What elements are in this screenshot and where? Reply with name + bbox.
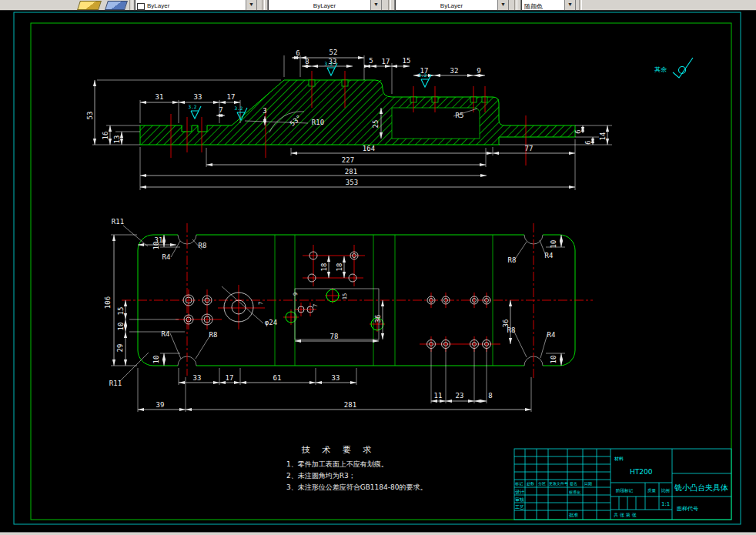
dim-label: 33 xyxy=(194,93,202,101)
dim-label: 10 xyxy=(117,323,125,331)
dim-label: 6 xyxy=(574,129,582,133)
chevron-down-icon[interactable]: ▼ xyxy=(497,0,508,11)
header-cell: 标记 xyxy=(514,481,523,487)
dim-label: 31 xyxy=(155,236,163,244)
dim-label: 164 xyxy=(363,145,375,152)
dim-label: 6 xyxy=(296,49,299,57)
dim-label: 17 xyxy=(382,58,390,65)
dim-label: 23 xyxy=(456,392,464,400)
tech-req-title: 技 术 要 求 xyxy=(302,445,376,455)
tech-req-line: 3、未注形位公差应符合GB1184-80的要求。 xyxy=(286,483,427,491)
chevron-down-icon[interactable]: ▼ xyxy=(246,0,256,11)
dim-label: 14 xyxy=(599,132,607,141)
object-properties-toolbar: ByLayer ▼ ByLayer ▼ ByLayer ▼ 随颜色 ▼ xyxy=(0,0,756,11)
toolbar-separator xyxy=(514,0,517,10)
dim-label: R10 xyxy=(312,119,324,126)
dim-label: R4 xyxy=(162,330,170,338)
row-label-design: 设计 xyxy=(515,489,524,494)
dim-label: 3.2 xyxy=(235,105,243,111)
dim-label: 8 xyxy=(305,58,309,65)
sheet-label: 共 张 第 张 xyxy=(614,512,637,518)
dim-label: R4 xyxy=(545,252,554,259)
dim-label: 3.2 xyxy=(325,61,333,66)
dim-label: 39 xyxy=(156,401,165,409)
dim-label: 8 xyxy=(488,392,492,400)
dim-label: 36 xyxy=(374,315,382,323)
drawing-code-label: 图样代号 xyxy=(677,506,698,512)
cad-application-window: { "toolbar": { "icons": ["make-layer-cur… xyxy=(0,0,756,535)
dim-label: R5 xyxy=(456,112,464,119)
dim-label: 29 xyxy=(116,344,124,353)
dim-label: 33 xyxy=(332,374,340,382)
linetype-control[interactable]: ByLayer ▼ xyxy=(267,0,382,11)
dim-label: 78 xyxy=(330,333,339,340)
dim-label: R4 xyxy=(162,253,171,261)
dim-label: 7 xyxy=(219,106,222,114)
dim-label: 15 xyxy=(117,307,125,316)
dim-label: 227 xyxy=(342,156,354,164)
layers-icon[interactable] xyxy=(105,1,128,10)
section-view: 6528335171517329313317735316132553°R10R5… xyxy=(86,48,612,190)
dim-label: 17 xyxy=(227,93,236,101)
weight-label: 质量 xyxy=(647,488,657,493)
model-space-canvas[interactable]: 其余 xyxy=(0,0,756,535)
lineweight-control-value: ByLayer xyxy=(440,2,463,9)
tech-req-line: 2、未注圆角均为R3； xyxy=(286,472,356,480)
plotstyle-control-value: 随颜色 xyxy=(524,2,543,11)
dim-label: 353 xyxy=(346,179,358,186)
dim-label: 15 xyxy=(342,293,348,299)
header-cell: 处数 xyxy=(527,481,534,487)
row-label-process: 工艺 xyxy=(515,504,524,510)
approve-label: 批准 xyxy=(569,512,578,518)
color-swatch xyxy=(137,3,145,10)
toolbar-separator xyxy=(129,0,132,10)
dim-label: 106 xyxy=(104,296,112,309)
dim-label: R8 xyxy=(508,256,517,264)
make-layer-current-icon[interactable] xyxy=(77,1,102,10)
dim-label: 5 xyxy=(369,57,373,65)
header-cell: 签名 xyxy=(570,481,577,487)
dim-label: 281 xyxy=(345,168,357,176)
dim-label: 36 xyxy=(502,319,510,328)
dim-label: 10 xyxy=(152,356,160,364)
dim-label: 7 xyxy=(313,304,319,307)
dim-label: 3 xyxy=(263,107,266,115)
dim-label: 33 xyxy=(193,374,202,382)
dim-label: 32 xyxy=(450,67,459,75)
dim-label: 52 xyxy=(329,48,338,56)
linetype-control-value: ByLayer xyxy=(313,2,336,9)
tech-req-line: 1、零件加工表面上不应有划痕。 xyxy=(286,460,388,468)
stage-label: 阶段标记 xyxy=(616,488,634,493)
chevron-down-icon[interactable]: ▼ xyxy=(370,0,381,11)
dim-label: 6 xyxy=(584,140,592,144)
plan-dim-labels: R11R11R4R8R4R8R8R4R8R4101010103110615102… xyxy=(104,218,557,409)
part-name: 铣小凸台夹具体 xyxy=(674,483,728,492)
toolbar-separator xyxy=(579,0,582,10)
dim-label: 77 xyxy=(525,145,534,152)
plotstyle-control[interactable]: 随颜色 ▼ xyxy=(520,0,576,11)
scale-value: 1:1 xyxy=(661,501,670,507)
plan-view: R11R11R4R8R4R8R8R4R8R4101010103110615102… xyxy=(104,218,593,412)
lineweight-control[interactable]: ByLayer ▼ xyxy=(394,0,509,11)
dim-label: 11 xyxy=(434,392,443,400)
chevron-down-icon[interactable]: ▼ xyxy=(564,0,575,11)
color-control[interactable]: ByLayer ▼ xyxy=(134,0,257,11)
dim-label: 10 xyxy=(550,240,557,249)
dim-label: R8 xyxy=(209,331,218,339)
dim-label: R11 xyxy=(112,218,124,226)
dim-label: 10 xyxy=(550,356,557,364)
material-value: HT200 xyxy=(630,468,653,476)
scale-label: 比例 xyxy=(661,488,670,493)
material-label: 材料 xyxy=(614,456,624,462)
rest-label: 其余 xyxy=(654,66,667,73)
header-cell: 分区 xyxy=(538,481,546,486)
dim-label: 13 xyxy=(113,135,121,144)
dim-label: 281 xyxy=(344,401,356,409)
roughness-check-icon xyxy=(673,58,693,78)
dim-label: 53 xyxy=(86,112,94,120)
dim-label: 7 xyxy=(258,302,264,305)
header-cell: 更改文件号 xyxy=(549,481,568,486)
row-label-check: 审核 xyxy=(515,497,524,502)
status-bar xyxy=(0,532,756,535)
toolbar-separator xyxy=(388,0,391,10)
